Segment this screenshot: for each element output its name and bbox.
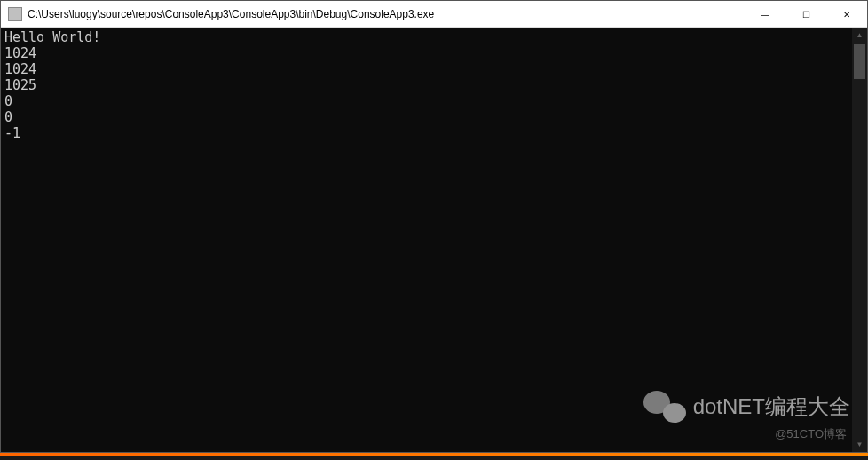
maximize-button[interactable]: ☐ — [785, 1, 826, 28]
console-line: 1025 — [4, 77, 36, 93]
scroll-down-icon[interactable]: ▼ — [852, 437, 867, 452]
console-window: C:\Users\luogy\source\repos\ConsoleApp3\… — [0, 0, 868, 453]
console-line: 0 — [4, 93, 12, 109]
watermark-sub: @51CTO博客 — [775, 426, 847, 442]
window-controls: — ☐ ✕ — [745, 1, 867, 27]
scroll-thumb[interactable] — [854, 44, 865, 79]
taskbar-accent — [0, 453, 868, 456]
console-line: 0 — [4, 109, 12, 125]
watermark-text: dotNET编程大全 — [693, 393, 850, 421]
console-line: -1 — [4, 125, 20, 141]
vertical-scrollbar[interactable]: ▲ ▼ — [852, 28, 867, 452]
console-line: 1024 — [4, 61, 36, 77]
scroll-up-icon[interactable]: ▲ — [852, 28, 867, 43]
titlebar[interactable]: C:\Users\luogy\source\repos\ConsoleApp3\… — [1, 1, 867, 28]
window-title: C:\Users\luogy\source\repos\ConsoleApp3\… — [28, 8, 745, 20]
console-line: Hello World! — [4, 29, 100, 45]
wechat-icon — [643, 389, 686, 424]
app-icon — [8, 7, 22, 21]
watermark: dotNET编程大全 @51CTO博客 — [643, 389, 850, 442]
console-line: 1024 — [4, 45, 36, 61]
close-button[interactable]: ✕ — [826, 1, 867, 28]
watermark-main: dotNET编程大全 — [643, 389, 850, 424]
minimize-button[interactable]: — — [745, 1, 785, 28]
